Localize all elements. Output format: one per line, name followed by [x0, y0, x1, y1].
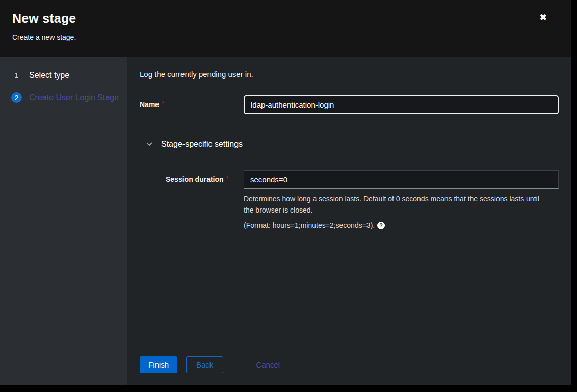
name-form-row: Name*	[140, 95, 559, 114]
wizard-step-select-type[interactable]: 1 Select type	[11, 69, 122, 82]
stage-form: Log the currently pending user in. Name*…	[127, 57, 571, 356]
back-button[interactable]: Back	[186, 356, 223, 373]
session-duration-help-text: Determines how long a session lasts. Def…	[244, 193, 549, 216]
session-duration-format-hint: (Format: hours=1;minutes=2;seconds=3). ?	[244, 221, 559, 229]
required-asterisk: *	[162, 100, 164, 107]
stage-specific-settings-body: Session duration* Determines how long a …	[166, 170, 559, 229]
new-stage-modal: New stage Create a new stage. ✖ 1 Select…	[0, 0, 571, 385]
step-number: 2	[11, 92, 22, 103]
session-duration-label: Session duration*	[166, 170, 244, 184]
wizard-step-create-user-login-stage[interactable]: 2 Create User Login Stage	[11, 92, 122, 104]
page-title: New stage	[12, 11, 538, 26]
name-label: Name*	[140, 95, 244, 109]
step-label: Select type	[29, 69, 69, 82]
wizard-step-nav: 1 Select type 2 Create User Login Stage	[0, 57, 127, 385]
session-duration-form-row: Session duration* Determines how long a …	[166, 170, 559, 229]
step-number: 1	[11, 70, 22, 81]
step-label: Create User Login Stage	[29, 92, 119, 104]
help-circle-icon[interactable]: ?	[377, 222, 385, 229]
wizard-header: New stage Create a new stage. ✖	[0, 0, 571, 57]
stage-specific-settings-toggle[interactable]: Stage-specific settings	[146, 140, 243, 149]
wizard-main-panel: Log the currently pending user in. Name*…	[127, 57, 571, 385]
name-input[interactable]	[244, 95, 559, 114]
finish-button[interactable]: Finish	[140, 356, 177, 373]
close-icon[interactable]: ✖	[538, 11, 549, 24]
session-duration-input[interactable]	[244, 170, 559, 189]
cancel-button[interactable]: Cancel	[256, 360, 280, 369]
group-title: Stage-specific settings	[161, 140, 243, 149]
page-subtitle: Create a new stage.	[12, 33, 538, 41]
chevron-down-icon	[146, 141, 153, 148]
wizard-body: 1 Select type 2 Create User Login Stage …	[0, 57, 571, 385]
required-asterisk: *	[226, 175, 228, 181]
stage-description: Log the currently pending user in.	[140, 70, 559, 79]
wizard-footer: Finish Back Cancel	[127, 356, 571, 385]
